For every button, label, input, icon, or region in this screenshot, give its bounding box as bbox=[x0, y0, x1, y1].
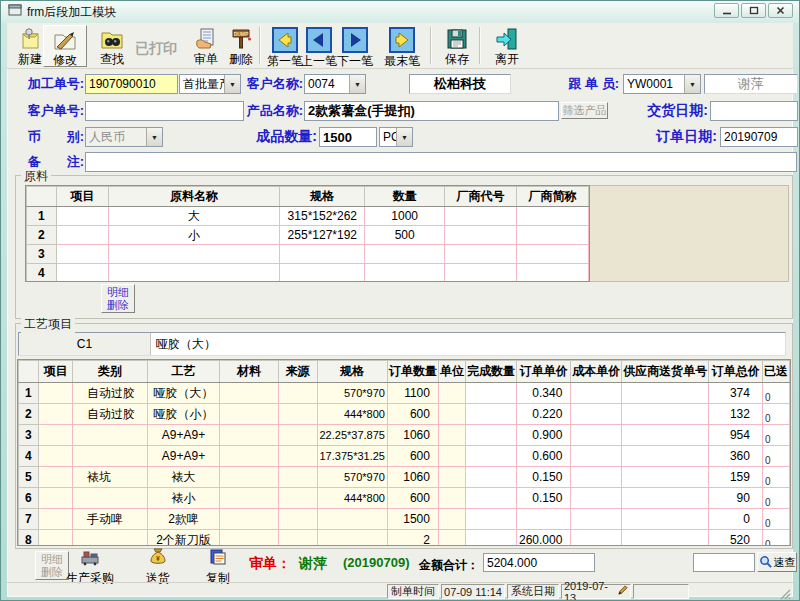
grid-cell[interactable] bbox=[571, 425, 622, 446]
grid-cell[interactable] bbox=[365, 264, 445, 283]
row-number-cell[interactable]: 7 bbox=[19, 509, 39, 530]
grid-cell[interactable]: 哑胶（大） bbox=[147, 383, 219, 404]
chevron-down-icon[interactable]: ▼ bbox=[684, 75, 700, 93]
grid-cell[interactable]: 600 bbox=[387, 404, 438, 425]
modify-button[interactable]: 修改 bbox=[43, 25, 87, 67]
grid-cell[interactable] bbox=[438, 383, 465, 404]
column-header[interactable]: 规格 bbox=[317, 361, 387, 383]
grid-cell[interactable]: 0.600 bbox=[516, 446, 570, 467]
grid-cell[interactable] bbox=[220, 467, 279, 488]
grid-cell[interactable] bbox=[317, 509, 387, 530]
grid-cell[interactable] bbox=[108, 245, 280, 264]
grid-cell[interactable]: 600 bbox=[387, 446, 438, 467]
close-button[interactable] bbox=[768, 3, 793, 18]
total-amount-input[interactable] bbox=[483, 553, 595, 572]
grid-cell[interactable]: 22.25*37.875 bbox=[317, 425, 387, 446]
maximize-button[interactable] bbox=[741, 3, 766, 18]
save-button[interactable]: 保存 bbox=[435, 25, 479, 67]
grid-cell[interactable] bbox=[465, 425, 516, 446]
process-c1-cell[interactable]: C1 bbox=[19, 333, 151, 355]
grid-cell[interactable]: 1060 bbox=[387, 425, 438, 446]
grid-cell[interactable] bbox=[622, 530, 709, 547]
grid-cell[interactable] bbox=[38, 425, 72, 446]
grid-cell[interactable] bbox=[278, 488, 317, 509]
grid-cell[interactable]: 0 bbox=[762, 425, 789, 446]
column-header[interactable]: 类别 bbox=[73, 361, 148, 383]
chevron-down-icon[interactable]: ▼ bbox=[396, 128, 412, 146]
grid-cell[interactable] bbox=[445, 226, 517, 245]
column-header[interactable]: 单位 bbox=[438, 361, 465, 383]
grid-cell[interactable] bbox=[571, 404, 622, 425]
row-number-cell[interactable]: 6 bbox=[19, 488, 39, 509]
grid-cell[interactable] bbox=[465, 509, 516, 530]
grid-cell[interactable] bbox=[622, 404, 709, 425]
product-name-input[interactable] bbox=[304, 101, 559, 121]
grid-cell[interactable]: 90 bbox=[709, 488, 763, 509]
column-header[interactable]: 供应商送货单号 bbox=[622, 361, 709, 383]
grid-cell[interactable]: 600 bbox=[387, 488, 438, 509]
column-header[interactable]: 工艺 bbox=[147, 361, 219, 383]
qty-input[interactable] bbox=[319, 127, 377, 147]
grid-cell[interactable]: 255*127*192 bbox=[280, 226, 365, 245]
grid-cell[interactable]: 裱坑 bbox=[73, 467, 148, 488]
grid-cell[interactable]: 570*970 bbox=[317, 467, 387, 488]
grid-cell[interactable] bbox=[278, 467, 317, 488]
grid-cell[interactable]: 315*152*262 bbox=[280, 207, 365, 226]
grid-cell[interactable] bbox=[465, 404, 516, 425]
grid-cell[interactable] bbox=[220, 530, 279, 547]
chevron-down-icon[interactable]: ▼ bbox=[349, 75, 365, 93]
grid-cell[interactable] bbox=[56, 226, 108, 245]
grid-cell[interactable]: 260.000 bbox=[516, 530, 570, 547]
grid-cell[interactable] bbox=[516, 509, 570, 530]
row-number-cell[interactable]: 5 bbox=[19, 467, 39, 488]
grid-cell[interactable]: 0.150 bbox=[516, 488, 570, 509]
grid-cell[interactable] bbox=[365, 245, 445, 264]
grid-cell[interactable] bbox=[465, 446, 516, 467]
grid-cell[interactable]: 0 bbox=[762, 488, 789, 509]
grid-cell[interactable]: 自动过胶 bbox=[73, 404, 148, 425]
resize-grip[interactable] bbox=[780, 586, 791, 601]
next-record-button[interactable]: 下一笔 bbox=[333, 25, 377, 67]
grid-cell[interactable] bbox=[220, 509, 279, 530]
grid-cell[interactable] bbox=[438, 425, 465, 446]
grid-cell[interactable]: 0 bbox=[762, 446, 789, 467]
grid-cell[interactable]: 0 bbox=[762, 404, 789, 425]
grid-cell[interactable] bbox=[622, 488, 709, 509]
grid-cell[interactable] bbox=[465, 530, 516, 547]
grid-cell[interactable]: 裱小 bbox=[147, 488, 219, 509]
quick-search-input[interactable] bbox=[693, 553, 755, 572]
process-c1-input[interactable]: 哑胶（大） bbox=[151, 333, 785, 355]
grid-cell[interactable] bbox=[280, 245, 365, 264]
grid-cell[interactable]: 0 bbox=[709, 509, 763, 530]
grid-cell[interactable] bbox=[571, 467, 622, 488]
batch-type-combo[interactable]: 首批量产 ▼ bbox=[179, 74, 241, 94]
grid-cell[interactable] bbox=[280, 264, 365, 283]
column-header[interactable]: 订单总价 bbox=[709, 361, 763, 383]
grid-cell[interactable]: 大 bbox=[108, 207, 280, 226]
process-grid[interactable]: 项目类别工艺材料来源规格订单数量单位完成数量订单单价成本单价供应商送货单号订单总… bbox=[18, 360, 790, 546]
grid-cell[interactable]: 0 bbox=[762, 509, 789, 530]
grid-cell[interactable]: 0.900 bbox=[516, 425, 570, 446]
column-header[interactable]: 成本单价 bbox=[571, 361, 622, 383]
filter-product-button[interactable]: 筛选产品 bbox=[561, 102, 608, 119]
grid-cell[interactable] bbox=[438, 530, 465, 547]
grid-cell[interactable] bbox=[517, 226, 589, 245]
grid-cell[interactable]: 444*800 bbox=[317, 404, 387, 425]
materials-grid[interactable]: 项目原料名称规格数量厂商代号厂商简称1大315*152*26210002小255… bbox=[26, 186, 589, 282]
grid-cell[interactable] bbox=[317, 530, 387, 547]
row-number-cell[interactable]: 4 bbox=[19, 446, 39, 467]
grid-cell[interactable] bbox=[445, 245, 517, 264]
column-header[interactable]: 项目 bbox=[56, 187, 108, 207]
grid-cell[interactable]: 570*970 bbox=[317, 383, 387, 404]
unit-combo[interactable]: PCS ▼ bbox=[379, 127, 413, 147]
last-record-button[interactable]: 最末笔 bbox=[379, 25, 425, 67]
grid-cell[interactable] bbox=[38, 530, 72, 547]
follower-code-combo[interactable]: YW0001 ▼ bbox=[623, 74, 701, 94]
grid-cell[interactable] bbox=[38, 488, 72, 509]
minimize-button[interactable] bbox=[714, 3, 739, 18]
column-header[interactable]: 规格 bbox=[280, 187, 365, 207]
grid-cell[interactable]: A9+A9+ bbox=[147, 425, 219, 446]
grid-cell[interactable] bbox=[73, 425, 148, 446]
grid-cell[interactable]: 1500 bbox=[387, 509, 438, 530]
find-button[interactable]: 查找 bbox=[90, 25, 134, 67]
